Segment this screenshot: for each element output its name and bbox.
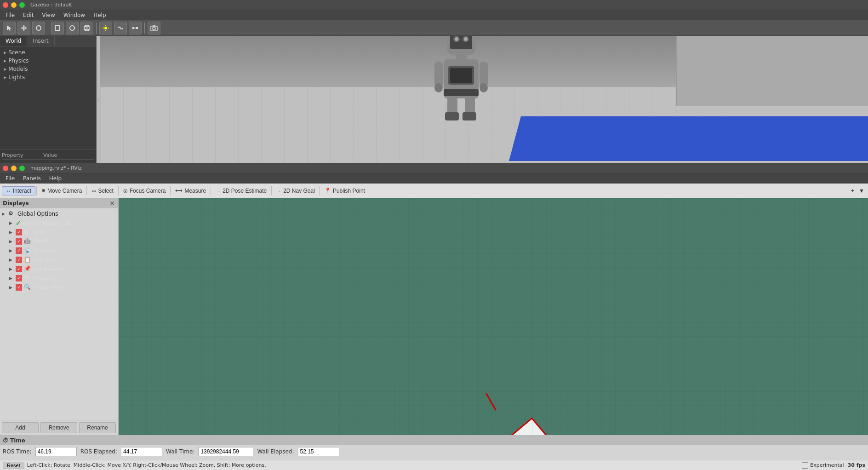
- exploration-checkbox[interactable]: ✓: [16, 284, 22, 291]
- rename-display-btn[interactable]: Rename: [79, 422, 116, 433]
- display-localization[interactable]: ▶ ✓ 📌 Localization: [0, 264, 118, 274]
- svg-marker-5: [25, 27, 27, 29]
- focus-camera-label: Focus Camera: [130, 188, 166, 194]
- gazebo-tree-scene[interactable]: ▶ Scene: [0, 48, 96, 57]
- gazebo-titlebar: Gazebo : default: [0, 0, 868, 10]
- displays-close-btn[interactable]: ✕: [109, 200, 115, 207]
- gazebo-tree-lights[interactable]: ▶ Lights: [0, 73, 96, 81]
- gazebo-tool-link[interactable]: [129, 22, 142, 34]
- gazebo-menu-view[interactable]: View: [38, 11, 58, 19]
- experimental-checkbox[interactable]: [802, 462, 808, 469]
- gazebo-tool-select[interactable]: [3, 22, 16, 34]
- planning-checkbox[interactable]: ✓: [16, 257, 22, 263]
- gazebo-tool-sphere[interactable]: [66, 22, 79, 34]
- rviz-min-btn[interactable]: [11, 166, 17, 171]
- reset-button[interactable]: Reset: [3, 462, 24, 469]
- remove-display-btn[interactable]: Remove: [40, 422, 77, 433]
- rviz-toolbar-sep5: [211, 186, 211, 195]
- rviz-toolbar-sep2: [86, 186, 87, 195]
- global-status-arrow: ▶: [9, 221, 14, 225]
- rviz-tool-focus-camera[interactable]: ◎ Focus Camera: [120, 186, 170, 195]
- svg-rect-32: [480, 62, 488, 87]
- displays-list: ▶ ⚙ Global Options ▶ ✓ Global Status: Ok…: [0, 208, 118, 315]
- gazebo-tool-rotate[interactable]: [32, 22, 45, 34]
- gazebo-tool-camera[interactable]: [148, 22, 160, 34]
- planning-icon: 📋: [24, 256, 31, 264]
- add-display-btn[interactable]: Add: [2, 422, 39, 433]
- rviz-toolbar-sep4: [170, 186, 171, 195]
- svg-marker-4: [21, 27, 23, 29]
- gazebo-max-btn[interactable]: [19, 2, 25, 8]
- gazebo-tool-cylinder[interactable]: [80, 22, 93, 34]
- ros-time-input[interactable]: [35, 447, 77, 456]
- sensors-checkbox[interactable]: ✓: [16, 247, 22, 254]
- svg-rect-19: [136, 27, 138, 29]
- nav-icon: →: [276, 188, 281, 194]
- rviz-3d-viewport[interactable]: +: [119, 198, 868, 435]
- gazebo-tab-bar: World Insert: [0, 36, 96, 46]
- rviz-menu-panels[interactable]: Panels: [19, 174, 45, 183]
- gazebo-tree-models[interactable]: ▶ Models: [0, 65, 96, 73]
- rviz-toolbar: ↔ Interact ⊕ Move Camera ▭ Select ◎ Focu…: [0, 183, 868, 198]
- gazebo-tool-translate[interactable]: [17, 22, 30, 34]
- rviz-map-svg: +: [119, 198, 868, 435]
- sensors-icon: 📡: [24, 247, 31, 254]
- rviz-tool-2d-nav[interactable]: → 2D Nav Goal: [273, 186, 319, 195]
- display-global-status[interactable]: ▶ ✓ Global Status: Ok: [0, 218, 118, 228]
- gazebo-close-btn[interactable]: [3, 2, 8, 8]
- global-options-header[interactable]: ▶ ⚙ Global Options: [0, 209, 118, 218]
- rviz-tool-extra1[interactable]: +: [849, 187, 856, 195]
- rviz-max-btn[interactable]: [19, 166, 25, 171]
- gazebo-splitter[interactable]: ⋮: [97, 36, 100, 163]
- rviz-tool-move-camera[interactable]: ⊕ Move Camera: [38, 186, 86, 195]
- localization-checkbox[interactable]: ✓: [16, 266, 22, 272]
- rviz-tool-measure[interactable]: ⟷ Measure: [171, 186, 210, 195]
- gazebo-3d-viewport[interactable]: [100, 36, 868, 163]
- gazebo-tool-chain[interactable]: [114, 22, 127, 34]
- exploration-label: Exploration: [33, 284, 116, 291]
- gazebo-menu-edit[interactable]: Edit: [19, 11, 37, 19]
- gazebo-tool-lights[interactable]: [99, 22, 112, 34]
- wall-time-input[interactable]: [198, 447, 253, 456]
- rviz-tool-select[interactable]: ▭ Select: [88, 186, 117, 195]
- gazebo-menu-window[interactable]: Window: [60, 11, 89, 19]
- gazebo-min-btn[interactable]: [11, 2, 17, 8]
- gazebo-menu-file[interactable]: File: [2, 11, 18, 19]
- svg-point-33: [434, 83, 443, 92]
- robot-label: Robot: [33, 238, 116, 245]
- rviz-tool-publish-point[interactable]: 📍 Publish Point: [321, 186, 369, 195]
- robot-checkbox[interactable]: ✓: [16, 238, 22, 245]
- display-sensors[interactable]: ▶ ✓ 📡 Sensors: [0, 246, 118, 255]
- extra1-icon: +: [851, 188, 854, 194]
- pose-icon: →: [216, 188, 221, 194]
- displays-title: Displays: [3, 200, 29, 206]
- rviz-menu-help[interactable]: Help: [46, 174, 65, 183]
- sensors-label: Sensors: [33, 247, 116, 254]
- gazebo-main: World Insert ▶ Scene ▶ Physics ▶ Models: [0, 36, 868, 163]
- ros-elapsed-input[interactable]: [121, 447, 162, 456]
- gazebo-tree-scene-label: Scene: [8, 49, 25, 56]
- gazebo-prop-header: Property Value: [2, 151, 94, 160]
- gazebo-tab-world[interactable]: World: [0, 36, 27, 46]
- display-exploration[interactable]: ▶ ✓ 🔍 Exploration: [0, 283, 118, 292]
- display-planning[interactable]: ▶ ✓ 📋 Planning: [0, 255, 118, 264]
- rviz-tool-2d-pose[interactable]: → 2D Pose Estimate: [212, 186, 270, 195]
- gazebo-tool-box[interactable]: [51, 22, 64, 34]
- wall-elapsed-input[interactable]: [298, 447, 339, 456]
- grid-checkbox[interactable]: ✓: [16, 229, 22, 235]
- help-text: Left-Click: Rotate. Middle-Click: Move X…: [27, 462, 266, 468]
- rviz-close-btn[interactable]: [3, 166, 8, 171]
- display-grid[interactable]: ▶ ✓ ⊞ Grid: [0, 228, 118, 237]
- rviz-menu-file[interactable]: File: [2, 174, 18, 183]
- rviz-tool-interact[interactable]: ↔ Interact: [2, 186, 35, 195]
- display-robot[interactable]: ▶ ✓ 🤖 Robot: [0, 237, 118, 246]
- rviz-titlebar: mapping.rviz* - RViz: [0, 163, 868, 173]
- mapping-checkbox[interactable]: ✓: [16, 275, 22, 281]
- display-mapping[interactable]: ▶ ✓ 🗺 Mapping: [0, 274, 118, 283]
- gazebo-menu-help[interactable]: Help: [90, 11, 109, 19]
- gazebo-tab-insert[interactable]: Insert: [27, 36, 54, 46]
- gazebo-tree-physics[interactable]: ▶ Physics: [0, 57, 96, 65]
- gazebo-tree-physics-label: Physics: [8, 57, 29, 64]
- rviz-tool-extra2[interactable]: ▼: [857, 187, 866, 195]
- gazebo-menubar: File Edit View Window Help: [0, 10, 868, 20]
